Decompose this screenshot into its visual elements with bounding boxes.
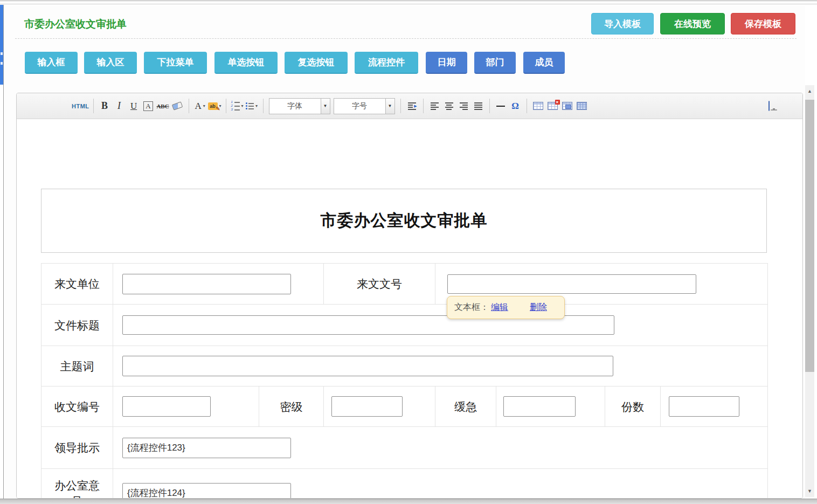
input-cell <box>113 264 323 304</box>
widget-date-button[interactable]: 日期 <box>426 52 467 74</box>
input-cell <box>323 386 435 426</box>
align-center-icon[interactable] <box>442 99 456 114</box>
font-size-select[interactable]: 字号 ▼ <box>334 98 395 114</box>
widget-context-tooltip: 文本框： 编辑 删除 <box>447 296 565 319</box>
align-left-icon[interactable] <box>427 99 442 114</box>
vertical-scrollbar[interactable]: ▲ ▼ <box>805 85 814 497</box>
widget-checkbox-button[interactable]: 复选按钮 <box>285 52 348 74</box>
window-bottom-edge <box>0 499 817 504</box>
font-color-icon[interactable]: A▾ <box>193 99 207 114</box>
table-cell-properties-icon[interactable] <box>560 99 574 114</box>
widget-flow-control-button[interactable]: 流程控件 <box>355 52 418 74</box>
secrecy-level-input[interactable] <box>331 396 403 417</box>
fullscreen-icon[interactable] <box>766 99 781 114</box>
label-cell: 办公室意见 <box>41 469 113 499</box>
incoming-doc-number-input[interactable] <box>447 274 696 294</box>
delete-widget-link[interactable]: 删除 <box>530 302 547 313</box>
label-cell: 密级 <box>259 386 323 426</box>
toolbar-separator <box>423 99 424 113</box>
label-cell: 缓急 <box>435 386 496 426</box>
edit-widget-link[interactable]: 编辑 <box>491 302 508 313</box>
strikethrough-icon[interactable]: ABC <box>156 99 170 114</box>
widget-department-button[interactable]: 部门 <box>474 52 516 74</box>
tooltip-label: 文本框： <box>454 302 489 313</box>
remove-format-eraser-icon[interactable] <box>170 99 185 114</box>
input-cell <box>113 386 259 426</box>
italic-icon[interactable]: I <box>112 99 127 114</box>
table-row: 收文编号 密级 缓急 份数 <box>41 386 767 426</box>
rich-text-editor: HTML B I U A ABC A▾ ab▾ 1 2 3 ▾ <box>16 93 803 499</box>
highlight-color-icon[interactable]: ab▾ <box>207 99 222 114</box>
label-cell: 主题词 <box>41 346 113 386</box>
widget-input-box-button[interactable]: 输入框 <box>25 52 78 74</box>
toolbar-separator <box>527 99 527 113</box>
import-template-button[interactable]: 导入模板 <box>591 13 654 34</box>
insert-table-icon[interactable] <box>531 99 545 114</box>
input-cell <box>496 386 605 426</box>
save-template-button[interactable]: 保存模板 <box>731 13 795 34</box>
online-preview-button[interactable]: 在线预览 <box>660 13 725 34</box>
bold-icon[interactable]: B <box>98 99 112 114</box>
widget-member-button[interactable]: 成员 <box>523 52 565 74</box>
chevron-down-icon: ▼ <box>385 99 394 114</box>
window-top-edge-2 <box>0 4 817 4</box>
toolbar-separator <box>263 99 264 113</box>
font-family-select[interactable]: 字体 ▼ <box>269 98 330 114</box>
editor-document[interactable]: 市委办公室收文审批单 来文单位 来文文号 <box>17 119 802 499</box>
incoming-unit-input[interactable] <box>122 274 291 294</box>
label-cell: 收文编号 <box>41 386 113 426</box>
toolbar-separator <box>189 99 189 113</box>
table-grid-icon[interactable] <box>574 99 589 114</box>
label-cell: 来文单位 <box>41 264 113 304</box>
align-justify-icon[interactable] <box>471 99 486 114</box>
left-window-edge <box>0 5 4 499</box>
indent-icon[interactable] <box>405 99 419 114</box>
ordered-list-icon[interactable]: 1 2 3 ▾ <box>230 99 245 114</box>
label-cell: 文件标题 <box>41 305 113 346</box>
background-window-sliver <box>0 5 3 85</box>
toolbar-separator <box>226 99 226 113</box>
widget-radio-button[interactable]: 单选按钮 <box>214 52 278 74</box>
scroll-down-arrow-icon[interactable]: ▼ <box>805 486 814 495</box>
widget-dropdown-button[interactable]: 下拉菜单 <box>144 52 207 74</box>
main-panel: 市委办公室收文审批单 导入模板 在线预览 保存模板 输入框 输入区 下拉菜单 单… <box>4 5 805 499</box>
screen: 市委办公室收文审批单 导入模板 在线预览 保存模板 输入框 输入区 下拉菜单 单… <box>0 0 817 504</box>
unordered-list-icon[interactable]: ▾ <box>245 99 259 114</box>
underline-icon[interactable]: U <box>127 99 141 114</box>
table-row: 领导批示 <box>41 426 767 468</box>
input-cell <box>660 386 767 426</box>
form-title-box: 市委办公室收文审批单 <box>41 189 767 253</box>
scrollbar-thumb[interactable] <box>805 100 814 372</box>
toolbar-separator <box>93 99 94 113</box>
receipt-number-input[interactable] <box>122 396 211 417</box>
editor-toolbar: HTML B I U A ABC A▾ ab▾ 1 2 3 ▾ <box>17 93 802 119</box>
subject-words-input[interactable] <box>122 356 613 376</box>
table-row: 文件标题 <box>41 304 767 346</box>
input-cell <box>113 305 767 346</box>
table-row: 主题词 <box>41 346 767 386</box>
align-right-icon[interactable] <box>456 99 471 114</box>
char-border-icon[interactable]: A <box>141 99 156 114</box>
source-code-icon[interactable]: HTML <box>72 99 89 114</box>
header-divider <box>15 38 797 39</box>
leader-instructions-input[interactable] <box>122 438 291 458</box>
office-opinion-input[interactable] <box>122 483 291 499</box>
page-title: 市委办公室收文审批单 <box>24 17 127 31</box>
sliver-mark <box>1 62 3 65</box>
table-row: 来文单位 来文文号 <box>41 264 767 304</box>
table-row: 办公室意见 <box>41 468 767 499</box>
scroll-up-arrow-icon[interactable]: ▲ <box>805 86 814 95</box>
urgency-input[interactable] <box>503 396 576 417</box>
chevron-down-icon: ▼ <box>321 99 330 114</box>
toolbar-separator <box>489 99 490 113</box>
delete-table-icon[interactable] <box>545 99 560 114</box>
special-char-icon[interactable]: Ω <box>508 99 523 114</box>
input-cell <box>113 469 767 499</box>
horizontal-rule-icon[interactable] <box>494 99 508 114</box>
input-cell <box>113 346 767 386</box>
widget-textarea-button[interactable]: 输入区 <box>84 52 137 74</box>
toolbar-separator <box>400 99 401 113</box>
form-title: 市委办公室收文审批单 <box>321 210 488 232</box>
label-cell: 来文文号 <box>323 264 435 304</box>
copies-input[interactable] <box>669 396 739 417</box>
